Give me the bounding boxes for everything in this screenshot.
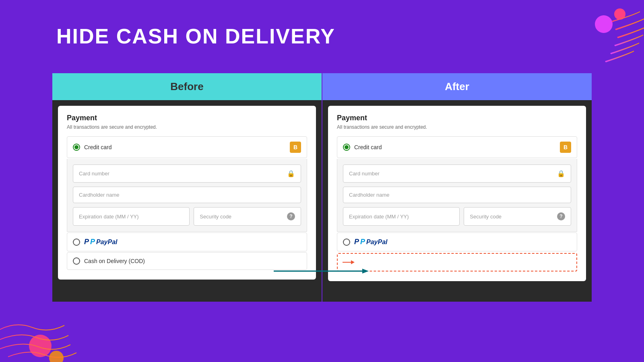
after-card-number-placeholder: Card number: [349, 171, 380, 177]
before-paypal-logo: P P PayPal: [84, 238, 118, 246]
before-lock-icon: 🔒: [287, 170, 295, 177]
after-credit-card-radio[interactable]: [343, 144, 350, 151]
after-hidden-cod-box: [337, 253, 577, 272]
after-panel-header: After: [322, 73, 592, 100]
after-expiry-field[interactable]: Expiration date (MM / YY): [343, 207, 460, 226]
before-paypal-radio[interactable]: [73, 239, 80, 246]
before-credit-card-radio-inner: [74, 145, 78, 149]
before-credit-card-option[interactable]: Credit card B: [67, 136, 307, 158]
before-payment-card: Payment All transactions are secure and …: [58, 106, 316, 280]
before-card-number-row: Card number 🔒: [73, 165, 301, 183]
comparison-container: Before Payment All transactions are secu…: [52, 73, 592, 302]
before-cod-radio[interactable]: [73, 257, 80, 265]
after-paypal-p1: P: [354, 238, 359, 246]
before-cod-label: Cash on Delivery (COD): [84, 258, 145, 264]
after-cardholder-placeholder: Cardholder name: [349, 192, 389, 198]
before-panel-header: Before: [52, 73, 322, 100]
after-paypal-radio[interactable]: [343, 239, 350, 246]
before-expiry-placeholder: Expiration date (MM / YY): [79, 214, 139, 220]
svg-marker-5: [362, 269, 369, 274]
after-credit-card-label: Credit card: [354, 144, 382, 150]
after-card-number-row: Card number 🔒: [343, 165, 571, 183]
after-paypal-p2: P: [360, 238, 365, 246]
after-security-placeholder: Security code: [470, 214, 502, 220]
before-card-number-field[interactable]: Card number 🔒: [73, 165, 301, 183]
after-card-fields: Card number 🔒 Cardholder name Expiration…: [337, 159, 577, 232]
page-title: HIDE CASH ON DELIVERY: [56, 24, 335, 48]
before-card-fields: Card number 🔒 Cardholder name Expiration…: [67, 159, 307, 232]
after-credit-card-radio-inner: [345, 145, 349, 149]
svg-point-0: [595, 15, 613, 33]
before-question-icon: ?: [287, 212, 295, 220]
before-cardholder-placeholder: Cardholder name: [79, 192, 119, 198]
after-badge-b: B: [560, 142, 571, 153]
after-lock-icon: 🔒: [557, 170, 565, 177]
after-payment-card: Payment All transactions are secure and …: [328, 106, 586, 281]
after-payment-subtitle: All transactions are secure and encrypte…: [337, 124, 577, 130]
after-expiry-security-row: Expiration date (MM / YY) Security code …: [343, 207, 571, 226]
after-paypal-text: PayPal: [366, 239, 387, 246]
after-credit-card-option[interactable]: Credit card B: [337, 136, 577, 158]
after-cardholder-row: Cardholder name: [343, 187, 571, 203]
before-credit-card-label: Credit card: [84, 144, 111, 150]
connector-arrow-container: [274, 262, 370, 280]
after-paypal-option[interactable]: P P PayPal: [337, 232, 577, 251]
after-security-field[interactable]: Security code ?: [464, 207, 571, 226]
before-paypal-text: PayPal: [96, 239, 117, 246]
before-payment-title: Payment: [67, 114, 307, 122]
before-cardholder-row: Cardholder name: [73, 187, 301, 203]
before-expiry-security-row: Expiration date (MM / YY) Security code …: [73, 207, 301, 226]
before-expiry-field[interactable]: Expiration date (MM / YY): [73, 207, 190, 226]
after-expiry-placeholder: Expiration date (MM / YY): [349, 214, 409, 220]
connector-arrow-svg: [274, 267, 370, 275]
after-payment-title: Payment: [337, 114, 577, 122]
before-badge-b: B: [290, 142, 301, 153]
before-cardholder-field[interactable]: Cardholder name: [73, 187, 301, 203]
after-cardholder-field[interactable]: Cardholder name: [343, 187, 571, 203]
before-paypal-option[interactable]: P P PayPal: [67, 232, 307, 251]
before-payment-subtitle: All transactions are secure and encrypte…: [67, 124, 307, 130]
before-card-number-placeholder: Card number: [79, 171, 109, 177]
before-paypal-p2: P: [90, 238, 95, 246]
before-cod-option[interactable]: Cash on Delivery (COD): [67, 252, 307, 270]
after-question-icon: ?: [557, 212, 565, 220]
after-paypal-logo: P P PayPal: [354, 238, 388, 246]
before-paypal-p1: P: [84, 238, 89, 246]
before-credit-card-radio[interactable]: [73, 144, 80, 151]
before-security-field[interactable]: Security code ?: [194, 207, 301, 226]
after-card-number-field[interactable]: Card number 🔒: [343, 165, 571, 183]
before-security-placeholder: Security code: [200, 214, 231, 220]
